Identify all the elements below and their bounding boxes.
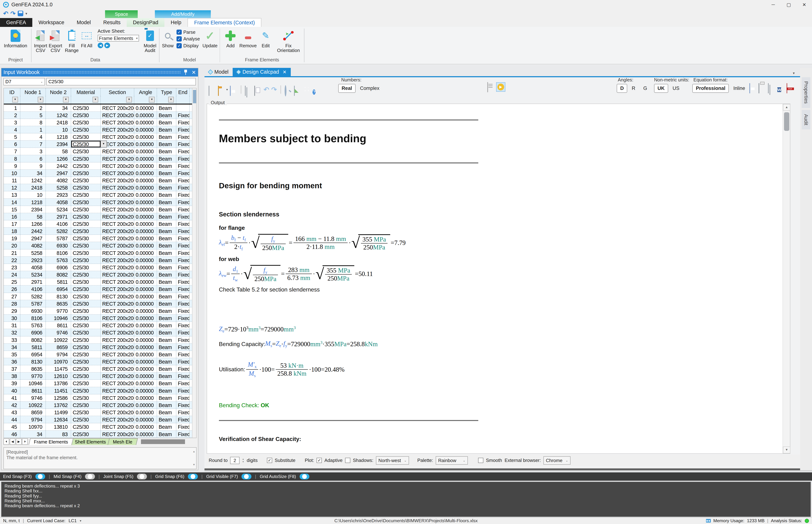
toggle-joint-snap-f5-[interactable] [137, 474, 147, 479]
cell[interactable]: 35 [4, 351, 20, 358]
cell[interactable]: RECT 200x200 [101, 264, 134, 271]
cell[interactable]: 2947 [20, 235, 46, 242]
cell[interactable]: Beam [157, 416, 176, 423]
angles-r-button[interactable]: R [628, 84, 639, 93]
cell[interactable]: RECT 200x200 [101, 337, 134, 343]
export-csv-button[interactable]: ▶ Export CSV [49, 29, 63, 53]
cell[interactable]: 4106 [20, 285, 46, 292]
cell[interactable]: 45 [4, 423, 20, 430]
cell[interactable]: 2947 [46, 170, 71, 177]
cell[interactable]: 9794 [20, 416, 46, 423]
cell[interactable]: RECT 200x200 [101, 322, 134, 329]
angles-d-button[interactable]: D [617, 84, 627, 93]
cell[interactable]: C25/30 [71, 271, 101, 278]
import-csv-button[interactable]: ◀ Import CSV [34, 29, 48, 53]
cell[interactable]: C25/30 [71, 300, 101, 307]
analyse-checkbox[interactable]: ✓Analyse [177, 36, 200, 42]
cell[interactable]: Beam [157, 126, 176, 133]
cell[interactable]: 9770 [20, 373, 46, 379]
cell[interactable]: 8659 [20, 409, 46, 416]
cell[interactable]: 5282 [46, 228, 71, 234]
selected-cell[interactable]: C25/30 [71, 141, 101, 147]
export-pdf-button[interactable] [786, 83, 794, 91]
cell[interactable]: C25/30 [71, 148, 101, 155]
cell[interactable]: C25/30 [71, 416, 101, 423]
cell[interactable]: RECT 200x200 [101, 242, 134, 249]
input-workbook-header[interactable]: Input Workbook ✕ [1, 68, 198, 77]
last-sheet-icon[interactable]: ⏵ [22, 439, 28, 445]
panel-close-icon[interactable]: ✕ [192, 69, 196, 76]
cell[interactable]: C25/30 [71, 423, 101, 430]
round-digits-stepper[interactable]: ▲▼ [242, 458, 244, 463]
cell[interactable]: Fixed [176, 235, 190, 242]
cell[interactable]: 0.00000 [134, 213, 157, 220]
cell[interactable]: Fixed [176, 387, 190, 394]
cell[interactable]: 12610 [46, 373, 71, 379]
cell[interactable]: Beam [157, 148, 176, 155]
cell[interactable]: C25/30 [71, 285, 101, 292]
shadow-direction-select[interactable]: North-west⌄ [376, 456, 409, 464]
cell[interactable]: 58 [46, 148, 71, 155]
cell[interactable]: RECT 200x200 [101, 184, 134, 191]
calculate-button[interactable]: ▶ [496, 82, 506, 92]
cell[interactable]: Beam [157, 431, 176, 438]
cell[interactable]: 17 [4, 220, 20, 227]
cell[interactable]: Fixed [176, 177, 190, 184]
cell[interactable]: 1218 [20, 199, 46, 206]
cell[interactable]: 5 [20, 112, 46, 119]
cell[interactable]: Beam [157, 307, 176, 314]
cell[interactable]: 37 [4, 365, 20, 372]
column-header-angle[interactable]: Angle [134, 88, 157, 96]
fit-all-button[interactable]: ↔ Fit All [80, 29, 94, 48]
cell[interactable]: Fixed [176, 365, 190, 372]
cell[interactable]: Beam [157, 351, 176, 358]
cell[interactable]: Fixed [176, 373, 190, 379]
export-save-button[interactable] [749, 83, 757, 91]
cell[interactable]: 0.00000 [134, 235, 157, 242]
open-dropdown-icon[interactable]: ▾ [226, 88, 228, 92]
cell[interactable]: Fixed [176, 199, 190, 206]
cell[interactable]: Beam [157, 213, 176, 220]
cell[interactable]: Beam [157, 278, 176, 285]
cell[interactable]: RECT 200x200 [101, 394, 134, 401]
cell[interactable]: 46 [4, 431, 20, 438]
cell[interactable]: 0.00000 [134, 409, 157, 416]
add-button[interactable]: Add [222, 29, 239, 48]
cell[interactable]: 13786 [46, 380, 71, 387]
cell[interactable]: Beam [157, 235, 176, 242]
help-button[interactable]: ? [313, 86, 320, 93]
filter-icon[interactable]: ▼ [38, 97, 44, 102]
sheet-tab-frame-elements[interactable]: Frame Elements [29, 438, 73, 445]
column-header-section[interactable]: Section [101, 88, 134, 96]
cell[interactable]: C25/30 [71, 170, 101, 177]
export-word-button[interactable]: W [777, 83, 784, 91]
cell[interactable]: 0.00000 [134, 191, 157, 198]
quick-access-dropdown-icon[interactable]: ▾ [26, 11, 27, 16]
cell[interactable]: 6930 [20, 307, 46, 314]
cell[interactable]: RECT 200x200 [101, 155, 134, 162]
formula-bar[interactable]: C25/30 [46, 78, 196, 85]
cell[interactable]: 1 [20, 126, 46, 133]
next-sheet-button[interactable]: ▶ [104, 43, 110, 48]
cell[interactable]: 40 [4, 387, 20, 394]
cell[interactable]: Fixed [176, 344, 190, 350]
cell[interactable]: 31 [4, 322, 20, 329]
scroll-thumb[interactable] [784, 112, 789, 131]
filter-icon[interactable]: ▼ [93, 97, 98, 102]
cell[interactable]: Beam [157, 380, 176, 387]
cell[interactable]: RECT 200x200 [101, 402, 134, 408]
cell[interactable]: RECT 200x200 [101, 344, 134, 350]
cell[interactable]: Fixed [176, 278, 190, 285]
cell[interactable]: RECT 200x200 [101, 409, 134, 416]
cell[interactable]: 0.00000 [134, 133, 157, 140]
cell[interactable]: 2418 [20, 184, 46, 191]
cell[interactable]: 4058 [20, 264, 46, 271]
cell[interactable]: 1 [4, 104, 20, 111]
cell[interactable]: C25/30 [71, 249, 101, 256]
cell[interactable]: 8611 [46, 322, 71, 329]
filter-icon[interactable]: ▼ [149, 97, 155, 102]
cell[interactable]: C25/30 [71, 358, 101, 365]
cell[interactable]: Beam [157, 409, 176, 416]
find-button[interactable] [285, 86, 292, 93]
cell[interactable]: Beam [157, 264, 176, 271]
